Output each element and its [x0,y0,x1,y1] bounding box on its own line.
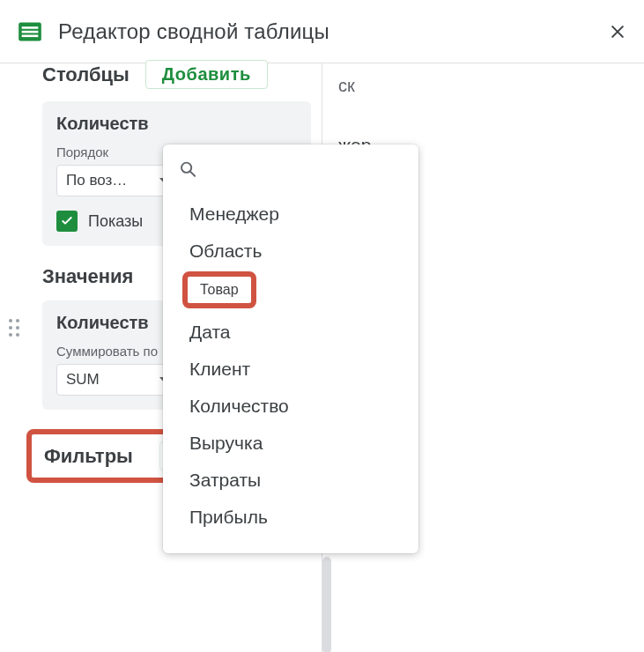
page-title: Редактор сводной таблицы [58,19,593,44]
summarize-select[interactable]: SUM [56,364,180,396]
order-select[interactable]: По воз… [56,165,180,196]
order-select-value: По воз… [66,172,127,189]
summarize-label: Суммировать по [56,344,162,359]
column-card-title: Количеств [56,114,297,134]
field-option[interactable]: Количество [163,388,418,425]
svg-rect-1 [22,26,39,29]
field-option[interactable]: Затраты [163,462,418,499]
values-label: Значения [42,265,133,288]
columns-label: Столбцы [42,63,130,86]
svg-rect-2 [22,30,39,33]
show-totals-checkbox[interactable] [56,211,78,232]
field-picker-popover: Менеджер Область Товар Дата Клиент Колич… [163,144,418,553]
editor-header: Редактор сводной таблицы [0,0,644,63]
popover-search-input[interactable] [210,160,403,179]
summarize-select-value: SUM [66,371,100,389]
field-option[interactable]: Клиент [163,351,418,388]
filters-label: Фильтры [44,445,133,468]
field-option-highlighted[interactable]: Товар [182,271,256,308]
right-search-fragment: ск [338,76,644,96]
svg-line-5 [190,172,195,176]
close-icon[interactable] [609,23,626,41]
field-option[interactable]: Менеджер [163,196,418,233]
field-option[interactable]: Дата [163,314,418,351]
show-totals-label: Показы [88,212,143,231]
add-column-button[interactable]: Добавить [145,60,268,89]
columns-section-header: Столбцы Добавить [26,60,311,89]
sheets-icon [18,19,42,44]
editor-body: Столбцы Добавить Количеств Порядок По во… [0,63,644,652]
popover-search-row [163,144,418,190]
svg-rect-3 [22,34,39,37]
drag-handle-icon[interactable] [9,319,19,337]
search-icon [179,159,197,180]
scrollbar[interactable] [322,557,331,652]
field-option[interactable]: Область [163,233,418,270]
field-option[interactable]: Выручка [163,425,418,462]
popover-list: Менеджер Область Товар Дата Клиент Колич… [163,190,418,541]
field-option[interactable]: Прибыль [163,499,418,536]
